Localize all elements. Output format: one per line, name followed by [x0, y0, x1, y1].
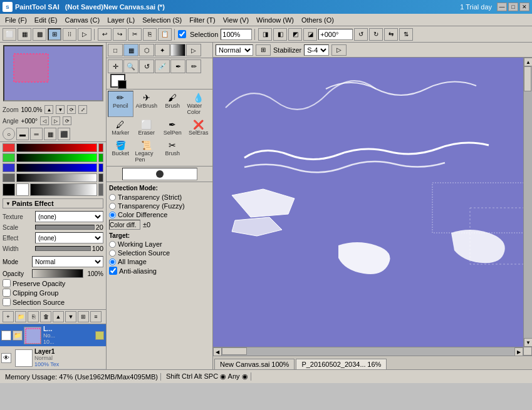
menu-view[interactable]: View (V)	[219, 15, 253, 25]
draw-tool-selpen[interactable]: ✒ SelPen	[160, 118, 185, 138]
blue-thumb[interactable]	[98, 163, 103, 172]
draw-tool-eraser[interactable]: ⬜ Eraser	[134, 118, 160, 138]
selection-value[interactable]	[221, 29, 252, 40]
red-thumb[interactable]	[98, 143, 103, 152]
selection-checkbox[interactable]	[178, 30, 186, 38]
menu-edit[interactable]: Edit (E)	[31, 15, 61, 25]
texture-select[interactable]: (none)	[35, 211, 103, 222]
color-slider1[interactable]: ▬	[16, 128, 29, 140]
shape-gradient[interactable]	[170, 44, 185, 56]
menu-layer[interactable]: Layer (L)	[103, 15, 138, 25]
zoom-up[interactable]: ▲	[44, 105, 53, 114]
angle-right[interactable]: ▷	[51, 116, 60, 125]
layer-eye-1[interactable]: 👁	[1, 353, 11, 363]
selection-source-radio[interactable]	[109, 250, 116, 257]
draw-tool-brush[interactable]: 🖌 Brush	[160, 91, 185, 117]
layer-new[interactable]: +	[3, 311, 14, 322]
scroll-left-btn[interactable]: ◀	[213, 347, 222, 356]
nav-move[interactable]: ✛	[108, 59, 123, 73]
tool-copy[interactable]: ⎘	[143, 28, 157, 41]
tool-redo[interactable]: ↪	[113, 28, 127, 41]
tool-row3[interactable]: ▩	[33, 28, 46, 41]
nav-rotate[interactable]: ↺	[139, 59, 154, 73]
nav-zoom[interactable]: 🔍	[123, 59, 138, 73]
draw-tool-bucket[interactable]: 🪣 Bucket	[108, 138, 133, 165]
shape-rect[interactable]: □	[108, 44, 123, 56]
black-swatch[interactable]	[3, 183, 15, 196]
v-scroll-thumb[interactable]	[524, 66, 531, 91]
draw-tool-seleras[interactable]: ❌ SelEras	[186, 118, 212, 138]
draw-tool-brush2[interactable]: ✂ Brush	[160, 138, 185, 165]
v-scrollbar[interactable]: ▲ ▼	[523, 58, 532, 347]
layer-flatten[interactable]: ≡	[90, 311, 102, 322]
shape-magic[interactable]: ✦	[155, 44, 170, 56]
angle-input[interactable]	[318, 29, 353, 40]
bw-gradient[interactable]	[30, 183, 97, 196]
tool-undo[interactable]: ↩	[98, 28, 112, 41]
tool-dots[interactable]: ⁝⁝	[63, 28, 76, 41]
draw-tool-airbrush[interactable]: ✈ AirBrush	[134, 91, 160, 117]
tb-btn1[interactable]: ◨	[258, 28, 272, 41]
layer-item-1[interactable]: 👁 Layer1 Normal 100% Tex	[0, 347, 106, 369]
drawing-canvas[interactable]	[213, 58, 523, 347]
color-diff-input[interactable]	[109, 220, 140, 230]
layer-merge[interactable]: ⊞	[78, 311, 89, 322]
nav-pen[interactable]: ✒	[170, 59, 185, 73]
layer-delete[interactable]: 🗑	[40, 311, 51, 322]
shape-lasso[interactable]: ⬡	[139, 44, 154, 56]
anti-alias-checkbox[interactable]	[109, 267, 117, 275]
tool-expand[interactable]: ▷	[78, 28, 91, 41]
shape-more[interactable]: ▷	[186, 44, 201, 56]
tb-flip[interactable]: ⇆	[384, 28, 398, 41]
brush-size-display[interactable]	[122, 168, 197, 180]
draw-tool-pencil[interactable]: ✏ Pencil	[108, 91, 133, 117]
layer-item-group[interactable]: 👁 📁 L... No... 10...	[0, 324, 106, 347]
layer-eye-group[interactable]: 👁	[1, 331, 11, 341]
tb-btn4[interactable]: ◪	[303, 28, 317, 41]
tab-new-canvas[interactable]: New Canvas.sai 100%	[214, 359, 295, 369]
stab-select[interactable]: S-4	[304, 44, 329, 56]
h-scrollbar[interactable]: ◀ ▶	[213, 347, 523, 356]
selection-source-checkbox[interactable]	[3, 298, 11, 306]
tab-p2016[interactable]: P_20160502_2034... 16%	[296, 359, 387, 369]
layer-copy[interactable]: ⎘	[28, 311, 39, 322]
bw-thumb[interactable]	[98, 183, 103, 196]
effect-select[interactable]: (none)	[35, 232, 103, 243]
tool-row2[interactable]: ▦	[18, 28, 31, 41]
minimize-button[interactable]: —	[497, 3, 507, 11]
scroll-down-btn[interactable]: ▼	[524, 338, 532, 347]
layer-down[interactable]: ▼	[65, 311, 76, 322]
tool-rect-select[interactable]: ⬜	[3, 28, 16, 41]
tb-btn2[interactable]: ◧	[273, 28, 287, 41]
nav-eyedrop[interactable]: 💉	[155, 59, 170, 73]
background-color[interactable]	[118, 80, 127, 89]
opacity-slider[interactable]	[32, 269, 83, 278]
tb-btn3[interactable]: ◩	[288, 28, 302, 41]
tb-angle1[interactable]: ↺	[354, 28, 368, 41]
close-button[interactable]: ✕	[519, 3, 529, 11]
layer-folder[interactable]: 📁	[15, 311, 26, 322]
menu-window[interactable]: Window (W)	[253, 15, 298, 25]
green-thumb[interactable]	[98, 153, 103, 162]
foreground-color[interactable]	[110, 74, 125, 88]
menu-others[interactable]: Others (O)	[298, 15, 338, 25]
nav-edit[interactable]: ✏	[186, 59, 201, 73]
shape-select[interactable]: ▦	[123, 44, 138, 56]
menu-filter[interactable]: Filter (T)	[185, 15, 219, 25]
color-diff-radio[interactable]	[109, 212, 116, 218]
stab-btn[interactable]: ▷	[331, 44, 347, 56]
draw-tool-watercolor[interactable]: 💧 Water Color	[186, 91, 212, 117]
color-slider2[interactable]: ═	[30, 128, 43, 140]
strict-radio[interactable]	[109, 194, 116, 201]
gray-gradient[interactable]	[16, 173, 97, 182]
tool-grid[interactable]: ⊞	[48, 28, 61, 41]
tb-angle2[interactable]: ↻	[369, 28, 383, 41]
scroll-up-btn[interactable]: ▲	[524, 58, 532, 66]
tb-vflip[interactable]: ⇅	[399, 28, 413, 41]
zoom-fit[interactable]: ⤢	[78, 105, 87, 114]
zoom-down[interactable]: ▼	[56, 105, 65, 114]
working-layer-radio[interactable]	[109, 241, 116, 248]
h-scroll-thumb[interactable]	[222, 347, 247, 355]
paints-effect-title[interactable]: ▼ Paints Effect	[3, 198, 103, 208]
red-gradient[interactable]	[16, 143, 97, 152]
